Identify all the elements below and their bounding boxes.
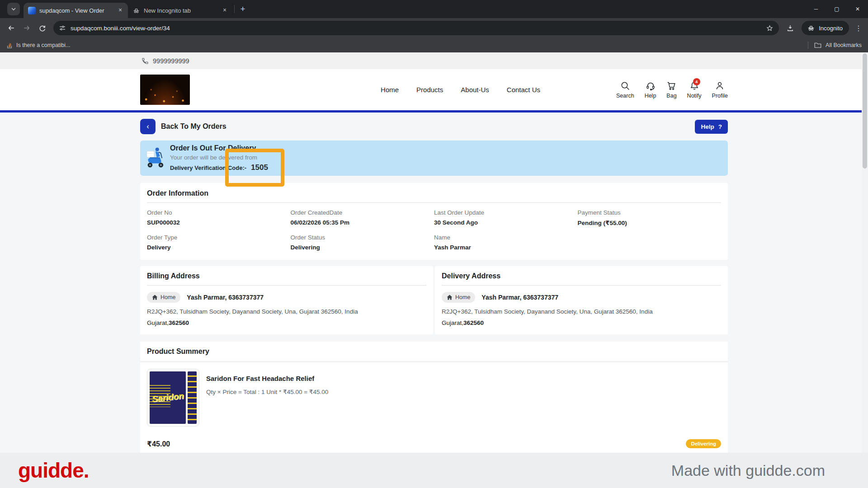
recipient-name-phone: Yash Parmar, 6363737377 — [481, 294, 558, 301]
order-field-empty — [578, 234, 722, 251]
reload-button[interactable] — [34, 20, 50, 36]
incognito-label: Incognito — [819, 25, 843, 32]
house-icon — [152, 295, 158, 300]
site-info-icon[interactable] — [59, 24, 66, 32]
help-button[interactable]: Help ? — [695, 120, 728, 134]
action-label: Notify — [687, 93, 702, 99]
order-info-grid: Order No SUP000032 Order CreatedDate 06/… — [147, 209, 721, 251]
divider — [147, 202, 721, 203]
back-to-orders-button[interactable]: ‹ — [140, 119, 156, 134]
address-line: R2JQ+362, Tulsidham Society, Dayanand So… — [442, 308, 721, 315]
browser-tab-strip: supdaqcom - View Order × New Incognito t… — [0, 0, 868, 18]
address-city-zip: Gujarat,362560 — [147, 319, 426, 326]
city: Gujarat, — [442, 319, 463, 326]
order-page: ‹ Back To My Orders Help ? O — [140, 113, 728, 488]
back-row: ‹ Back To My Orders Help ? — [140, 119, 728, 134]
order-field: Payment Status Pending (₹55.00) — [578, 209, 722, 226]
billing-address-card: Billing Address Home Yash Parmar, 636373… — [140, 266, 433, 334]
bookmarks-bar: Is there a compatibi... All Bookmarks — [0, 38, 868, 52]
guidde-tagline: Made with guidde.com — [671, 462, 825, 479]
bag-action[interactable]: Bag — [666, 81, 676, 99]
question-mark-icon: ? — [718, 123, 722, 130]
field-value: Pending (₹55.00) — [578, 219, 722, 226]
topbar: 9999999999 — [0, 52, 868, 69]
store-logo[interactable] — [140, 75, 190, 105]
product-name[interactable]: Saridon For Fast Headache Relief — [206, 375, 328, 382]
section-title: Product Summery — [147, 347, 721, 356]
address-bar[interactable]: supdaqcom.boniii.com/view-order/34 — [53, 21, 779, 35]
verification-code-value: 1505 — [251, 163, 268, 172]
product-summary-card: Product Summery Saridon Saridon For Fast… — [140, 342, 728, 456]
order-field: Order Type Delivery — [147, 234, 291, 251]
action-label: Bag — [666, 93, 676, 99]
all-bookmarks-button[interactable]: All Bookmarks — [826, 42, 862, 48]
field-label: Order No — [147, 209, 291, 216]
url-text[interactable]: supdaqcom.boniii.com/view-order/34 — [71, 25, 766, 32]
product-image[interactable]: Saridon — [147, 369, 199, 427]
field-label: Order Type — [147, 234, 291, 241]
order-field: Last Order Update 30 Second Ago — [434, 209, 578, 226]
new-tab-button[interactable]: + — [236, 3, 249, 15]
bookmark-item[interactable]: Is there a compatibi... — [6, 42, 71, 49]
bookmark-star-icon[interactable] — [766, 24, 774, 32]
banner-subtitle: Your order will be delivered from — [170, 154, 268, 161]
delivery-status-banner: Order Is Out For Delivery. Your order wi… — [140, 141, 728, 176]
field-value: Yash Parmar — [434, 244, 578, 251]
maximize-button[interactable]: ▢ — [826, 0, 847, 18]
browser-menu-icon[interactable]: ⋮ — [853, 20, 864, 36]
action-label: Profile — [712, 93, 728, 99]
tab-search-button[interactable] — [7, 3, 20, 15]
browser-tab-active[interactable]: supdaqcom - View Order × — [24, 3, 128, 18]
address-row: Billing Address Home Yash Parmar, 636373… — [140, 266, 728, 334]
zip: 362560 — [169, 319, 189, 326]
field-label: Order Status — [291, 234, 434, 241]
search-action[interactable]: Search — [616, 81, 634, 99]
cart-icon — [666, 81, 676, 91]
product-image-strip — [188, 371, 197, 424]
scrollbar-thumb[interactable] — [863, 53, 867, 169]
tag-label: Home — [160, 294, 175, 300]
section-title: Billing Address — [147, 272, 426, 280]
topbar-phone-number[interactable]: 9999999999 — [153, 57, 189, 65]
section-title: Order Information — [147, 189, 721, 197]
tab-close-icon[interactable]: × — [116, 6, 124, 14]
page-scrollbar[interactable] — [862, 52, 868, 453]
field-value: 30 Second Ago — [434, 219, 578, 226]
guidde-logo: guidde. — [18, 458, 89, 483]
order-field: Order CreatedDate 06/02/2026 05:35 Pm — [291, 209, 434, 226]
browser-tab-incognito[interactable]: New Incognito tab × — [128, 3, 232, 18]
nav-home[interactable]: Home — [381, 86, 399, 94]
delivery-scooter-icon — [144, 145, 165, 171]
product-qty-price: Qty × Price = Total : 1 Unit * ₹45.00 = … — [206, 388, 328, 395]
nav-products[interactable]: Products — [416, 86, 443, 94]
tab-close-icon[interactable]: × — [221, 6, 229, 14]
notification-count-badge: 4 — [693, 78, 700, 85]
order-field: Order No SUP000032 — [147, 209, 291, 226]
headset-icon — [646, 81, 656, 91]
nav-about-us[interactable]: About-Us — [461, 86, 489, 94]
tab-title: supdaqcom - View Order — [39, 7, 113, 14]
profile-action[interactable]: Profile — [712, 81, 728, 99]
field-label: Payment Status — [578, 209, 722, 216]
folder-icon — [814, 42, 821, 48]
city: Gujarat, — [147, 319, 169, 326]
minimize-button[interactable]: ─ — [806, 0, 826, 18]
back-button[interactable] — [4, 20, 19, 36]
incognito-profile-chip[interactable]: Incognito — [802, 21, 849, 35]
zip: 362560 — [463, 319, 484, 326]
product-total-price: ₹45.00 — [147, 440, 170, 448]
close-button[interactable]: ✕ — [847, 0, 868, 18]
forward-button[interactable] — [19, 20, 34, 36]
help-action[interactable]: Help — [645, 81, 656, 99]
download-icon[interactable] — [783, 20, 798, 36]
delivering-status-badge: Delivering — [686, 439, 721, 448]
address-line: R2JQ+362, Tulsidham Society, Dayanand So… — [147, 308, 426, 315]
stackoverflow-icon — [6, 42, 13, 49]
notify-action[interactable]: 4 Notify — [687, 81, 702, 99]
back-label[interactable]: Back To My Orders — [161, 122, 226, 131]
incognito-icon — [807, 24, 815, 32]
nav-contact-us[interactable]: Contact Us — [507, 86, 540, 94]
main-navigation: Home Products About-Us Contact Us — [381, 86, 540, 94]
header-action-icons: Search Help Bag 4 Notify — [616, 81, 728, 99]
field-label: Name — [434, 234, 578, 241]
